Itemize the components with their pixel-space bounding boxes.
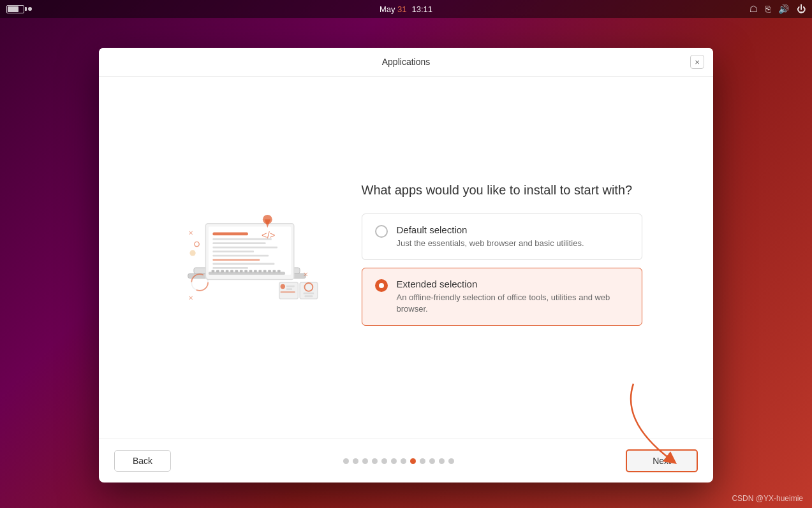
taskbar-left xyxy=(6,5,32,13)
svg-rect-27 xyxy=(268,270,271,273)
svg-point-31 xyxy=(280,284,284,289)
modal-title: Applications xyxy=(382,57,431,67)
default-option-title: Default selection xyxy=(397,224,584,235)
svg-rect-19 xyxy=(230,270,233,273)
svg-rect-24 xyxy=(254,270,257,273)
dot-7 xyxy=(401,458,406,464)
dot-1 xyxy=(343,458,349,464)
svg-rect-10 xyxy=(212,259,260,261)
svg-rect-26 xyxy=(263,270,266,273)
svg-point-41 xyxy=(194,242,198,247)
battery-icon xyxy=(6,5,24,13)
svg-rect-8 xyxy=(212,251,254,253)
extended-selection-option[interactable]: Extended selection An offline-friendly s… xyxy=(362,268,642,326)
svg-point-42 xyxy=(189,250,195,256)
extended-option-title: Extended selection xyxy=(397,279,629,289)
svg-rect-22 xyxy=(244,270,247,273)
power-icon[interactable]: ⏻ xyxy=(797,4,806,14)
svg-rect-28 xyxy=(272,270,276,273)
dot-6 xyxy=(391,458,397,464)
svg-rect-29 xyxy=(277,270,280,273)
default-selection-option[interactable]: Default selection Just the essentials, w… xyxy=(362,214,642,260)
svg-rect-33 xyxy=(286,289,292,291)
svg-rect-12 xyxy=(212,268,247,270)
close-button[interactable]: × xyxy=(690,55,704,69)
volume-icon[interactable]: 🔊 xyxy=(778,4,789,14)
right-content: What apps would you like to install to s… xyxy=(362,182,642,334)
svg-rect-18 xyxy=(225,270,228,273)
modal-content: </> xyxy=(99,76,713,439)
dot-3 xyxy=(362,458,368,464)
svg-rect-16 xyxy=(216,270,219,273)
svg-rect-17 xyxy=(221,270,224,273)
taskbar: May 31 13:11 ☖ ⎘ 🔊 ⏻ xyxy=(0,0,812,18)
svg-rect-38 xyxy=(304,296,313,298)
svg-rect-4 xyxy=(212,233,247,236)
svg-rect-7 xyxy=(212,247,277,249)
taskbar-clock: May 31 13:11 xyxy=(380,4,432,14)
question-title: What apps would you like to install to s… xyxy=(362,182,642,198)
dot-5 xyxy=(381,458,387,464)
svg-text:✕: ✕ xyxy=(188,230,193,237)
svg-rect-6 xyxy=(212,243,265,245)
dot-2 xyxy=(353,458,358,464)
svg-rect-25 xyxy=(258,270,262,273)
svg-rect-32 xyxy=(286,286,294,287)
default-option-text: Default selection Just the essentials, w… xyxy=(397,224,584,249)
svg-rect-11 xyxy=(212,263,274,265)
watermark: CSDN @YX-hueimie xyxy=(732,494,803,503)
svg-rect-20 xyxy=(235,270,238,273)
extended-option-desc: An offline-friendly selection of office … xyxy=(397,292,629,315)
svg-rect-15 xyxy=(211,270,214,273)
svg-text:✕: ✕ xyxy=(302,271,307,278)
dot-9 xyxy=(420,458,425,464)
svg-text:✕: ✕ xyxy=(188,294,193,301)
extended-radio[interactable] xyxy=(375,279,388,292)
default-option-desc: Just the essentials, web browser and bas… xyxy=(397,238,584,249)
dot-12 xyxy=(448,458,454,464)
extended-option-text: Extended selection An offline-friendly s… xyxy=(397,279,629,315)
dot-11 xyxy=(439,458,445,464)
svg-rect-34 xyxy=(280,291,295,293)
next-button[interactable]: Next xyxy=(626,449,698,472)
person-icon[interactable]: ☖ xyxy=(749,4,758,14)
radio-inner-dot xyxy=(379,283,384,288)
taskbar-date: May 31 xyxy=(380,4,407,14)
illustration: </> xyxy=(170,191,323,323)
dot-8 xyxy=(410,458,416,464)
applications-modal: Applications × xyxy=(99,48,713,483)
dot-10 xyxy=(429,458,435,464)
svg-rect-23 xyxy=(249,270,252,273)
taskbar-indicator xyxy=(28,7,32,11)
modal-footer: Back Next xyxy=(99,439,713,483)
taskbar-time: 13:11 xyxy=(412,4,433,14)
network-icon[interactable]: ⎘ xyxy=(765,4,771,14)
dot-4 xyxy=(372,458,378,464)
svg-text:</>: </> xyxy=(262,230,275,240)
modal-header: Applications × xyxy=(99,48,713,76)
pagination-dots xyxy=(343,458,454,464)
svg-rect-37 xyxy=(303,293,314,294)
back-button[interactable]: Back xyxy=(114,450,171,472)
taskbar-right: ☖ ⎘ 🔊 ⏻ xyxy=(749,4,806,14)
default-radio[interactable] xyxy=(375,225,388,238)
svg-rect-9 xyxy=(212,255,269,257)
svg-rect-21 xyxy=(239,270,242,273)
